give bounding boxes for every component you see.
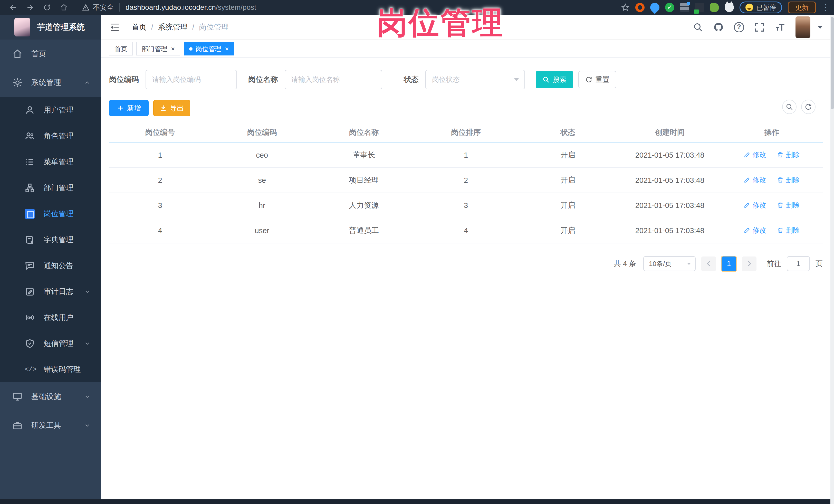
post-code-input[interactable]: [146, 70, 237, 89]
scrollbar-thumb[interactable]: [831, 17, 834, 109]
window-bottom-edge: [0, 499, 830, 504]
status-select[interactable]: 岗位状态: [425, 70, 525, 89]
reload-icon[interactable]: [43, 4, 51, 11]
delete-link-label: 删除: [786, 175, 799, 184]
page-scrollbar[interactable]: [830, 15, 834, 504]
tab-home[interactable]: 首页: [109, 42, 133, 56]
next-page-button[interactable]: [742, 257, 756, 271]
cell-code: user: [211, 226, 313, 235]
sidebar-item-departments[interactable]: 部门管理: [0, 175, 101, 201]
forward-icon[interactable]: [26, 4, 34, 11]
edit-link[interactable]: 修改: [744, 200, 766, 210]
magnifier-icon: [542, 76, 550, 83]
column-header: 岗位编号: [109, 127, 211, 138]
font-size-icon[interactable]: [775, 22, 785, 32]
sidebar-item-posts[interactable]: 岗位管理: [0, 201, 101, 227]
edit-link-label: 修改: [752, 150, 766, 159]
extension-orange-icon[interactable]: [635, 3, 644, 12]
chevron-down-icon: [84, 288, 91, 295]
hamburger-icon[interactable]: [110, 23, 120, 31]
browser-menu-icon[interactable]: ⋮: [822, 3, 830, 12]
logo-image: [14, 18, 30, 37]
sidebar-item-home[interactable]: 首页: [0, 40, 101, 68]
sidebar-item-label: 基础设施: [31, 392, 61, 402]
chevron-down-icon: [84, 340, 91, 347]
sidebar-item-notices[interactable]: 通知公告: [0, 253, 101, 279]
star-icon[interactable]: [621, 3, 630, 12]
sidebar-item-sms[interactable]: 短信管理: [0, 330, 101, 356]
delete-link[interactable]: 删除: [777, 200, 799, 210]
sidebar-item-dev-tools[interactable]: 研发工具: [0, 411, 101, 440]
sidebar-item-menus[interactable]: 菜单管理: [0, 149, 101, 175]
edit-link[interactable]: 修改: [744, 150, 766, 159]
edit-link[interactable]: 修改: [744, 175, 766, 184]
paused-extension-pill[interactable]: 已暂停: [740, 2, 782, 13]
goto-page-input[interactable]: [787, 256, 810, 271]
extension-check-icon[interactable]: [665, 3, 674, 12]
reset-button[interactable]: 重置: [578, 71, 616, 88]
tab-label: 岗位管理: [196, 45, 221, 53]
add-button[interactable]: 新增: [109, 100, 149, 116]
cell-id: 1: [109, 151, 211, 159]
sidebar-item-audit-log[interactable]: 审计日志: [0, 279, 101, 305]
sidebar-item-label: 首页: [31, 49, 46, 59]
delete-link[interactable]: 删除: [777, 150, 799, 159]
search-icon[interactable]: [693, 22, 703, 32]
edit-link[interactable]: 修改: [744, 226, 766, 235]
add-button-label: 新增: [127, 104, 141, 113]
sidebar-item-label: 部门管理: [44, 183, 73, 193]
extension-pin-icon[interactable]: [649, 1, 661, 14]
cell-actions: 修改 删除: [721, 150, 823, 160]
chevron-down-icon[interactable]: [817, 26, 823, 29]
sidebar-item-users[interactable]: 用户管理: [0, 97, 101, 123]
toggle-search-button[interactable]: [782, 100, 796, 114]
announcement-icon: [25, 261, 35, 271]
extension-grid-icon[interactable]: [680, 3, 689, 12]
warning-icon: [82, 4, 89, 11]
delete-link[interactable]: 删除: [777, 226, 799, 235]
extension-sprout-icon[interactable]: [710, 3, 719, 12]
browser-update-button[interactable]: 更新: [788, 2, 816, 13]
close-icon[interactable]: ×: [225, 45, 229, 52]
logo[interactable]: 芋道管理系统: [0, 15, 101, 40]
help-icon[interactable]: [734, 22, 744, 32]
sidebar-item-online-users[interactable]: 在线用户: [0, 305, 101, 330]
table-row: 2 se 项目经理 2 开启 2021-01-05 17:03:48 修改 删除: [109, 168, 823, 193]
sidebar-item-error-codes[interactable]: </> 错误码管理: [0, 356, 101, 382]
status-label: 状态: [404, 74, 419, 85]
tab-departments[interactable]: 部门管理 ×: [136, 42, 180, 56]
code-icon: </>: [25, 366, 35, 373]
tab-posts[interactable]: 岗位管理 ×: [184, 42, 234, 56]
page-size-select[interactable]: 10条/页: [643, 256, 696, 271]
sidebar-item-infrastructure[interactable]: 基础设施: [0, 382, 101, 411]
back-icon[interactable]: [9, 4, 17, 11]
url-bar[interactable]: 不安全 dashboard.yudao.iocoder.cn/system/po…: [82, 3, 256, 12]
plus-icon: [117, 105, 124, 112]
extension-cat-icon[interactable]: [725, 3, 734, 12]
export-button[interactable]: 导出: [153, 100, 190, 116]
sidebar-item-label: 审计日志: [44, 287, 73, 297]
breadcrumb-home[interactable]: 首页: [132, 22, 147, 32]
chevron-down-icon: [84, 393, 91, 400]
delete-link-label: 删除: [786, 200, 799, 210]
url-host: dashboard.yudao.iocoder.cn: [126, 3, 216, 12]
github-icon[interactable]: [714, 22, 724, 32]
breadcrumb-system[interactable]: 系统管理: [158, 22, 188, 32]
refresh-table-button[interactable]: [801, 100, 815, 114]
close-icon[interactable]: ×: [171, 45, 175, 52]
home-icon[interactable]: [60, 4, 68, 11]
delete-link[interactable]: 删除: [777, 175, 799, 184]
sidebar: 芋道管理系统 首页 系统管理 用户管理 角色管理 菜单管理 部门管理 岗位管理: [0, 15, 101, 499]
cell-sort: 2: [415, 176, 517, 184]
fullscreen-icon[interactable]: [754, 22, 765, 32]
post-name-input[interactable]: [285, 70, 382, 89]
page-1-button[interactable]: 1: [722, 257, 736, 271]
avatar[interactable]: [795, 17, 810, 38]
sidebar-item-roles[interactable]: 角色管理: [0, 123, 101, 149]
prev-page-button[interactable]: [701, 257, 716, 271]
sidebar-item-system[interactable]: 系统管理: [0, 68, 101, 97]
search-button[interactable]: 搜索: [536, 71, 573, 88]
sidebar-item-dictionary[interactable]: 字典管理: [0, 227, 101, 253]
cell-actions: 修改 删除: [721, 200, 823, 210]
extension-tampermonkey-icon[interactable]: [695, 3, 704, 12]
